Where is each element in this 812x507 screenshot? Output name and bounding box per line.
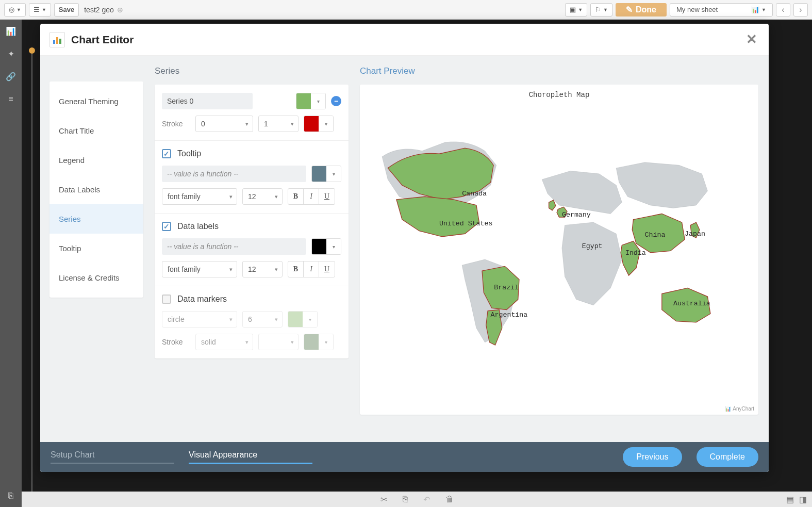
stroke-color[interactable]: ▾: [304, 116, 334, 132]
tooltip-value-input[interactable]: [162, 166, 306, 182]
tab-general-theming[interactable]: General Theming: [49, 87, 143, 116]
list-dropdown[interactable]: ☰ ▼: [29, 3, 51, 17]
country-united-states: [396, 197, 479, 237]
underline-button[interactable]: U: [319, 189, 335, 204]
bold-button[interactable]: B: [288, 261, 304, 277]
italic-button[interactable]: I: [304, 261, 319, 277]
tooltip-color[interactable]: ▾: [311, 166, 341, 182]
prev-sheet-button[interactable]: ‹: [776, 3, 790, 17]
tab-data-labels[interactable]: Data Labels: [49, 175, 143, 204]
map-area: CanadaUnited StatesGermanyEgyptIndiaChin…: [365, 103, 753, 404]
series-header-section: ▾ − Stroke 0 1 ▾: [155, 85, 349, 141]
marker-fill-color[interactable]: ▾: [288, 311, 318, 328]
datamarkers-section: Data markers circle 6 ▾ Stroke solid: [155, 286, 349, 358]
tab-series[interactable]: Series: [49, 204, 143, 234]
map-title: Choropleth Map: [360, 85, 758, 99]
chart-editor-modal: Chart Editor ✕ General Theming Chart Tit…: [40, 24, 769, 472]
svg-rect-2: [59, 39, 61, 44]
marker-stroke-color[interactable]: ▾: [304, 334, 334, 350]
tabs-list: General Theming Chart Title Legend Data …: [49, 81, 143, 298]
previous-button[interactable]: Previous: [623, 447, 682, 467]
close-icon[interactable]: ✕: [744, 31, 759, 47]
chart-type-icon: 📊: [751, 6, 759, 13]
datalabels-font-family-select[interactable]: font family: [162, 261, 237, 277]
bold-button[interactable]: B: [288, 189, 304, 204]
tab-tooltip[interactable]: Tooltip: [49, 234, 143, 263]
undo-icon[interactable]: ↶: [423, 495, 430, 504]
sheet-selector[interactable]: My new sheet 📊 ▼: [670, 3, 773, 17]
panel-icon[interactable]: ◨: [799, 495, 807, 504]
modal-body: General Theming Chart Title Legend Data …: [40, 56, 769, 442]
modal-header: Chart Editor ✕: [40, 24, 769, 56]
datamarkers-label: Data markers: [177, 295, 227, 304]
datalabels-font-size-select[interactable]: 12: [242, 261, 283, 277]
link-icon[interactable]: 🔗: [6, 71, 16, 81]
save-button[interactable]: Save: [54, 3, 79, 17]
preview-column: Chart Preview Choropleth Map: [355, 56, 769, 442]
underline-button[interactable]: U: [319, 261, 335, 277]
chevron-down-icon[interactable]: ▾: [326, 166, 341, 182]
modal-title: Chart Editor: [71, 34, 134, 46]
stroke-dash-select[interactable]: 0: [195, 116, 253, 132]
tooltip-checkbox[interactable]: [162, 149, 171, 158]
remove-series-button[interactable]: −: [331, 96, 341, 106]
datalabels-value-input[interactable]: [162, 238, 306, 255]
country-india: [621, 241, 640, 275]
chevron-down-icon[interactable]: ▾: [303, 312, 317, 327]
bookmark-dropdown[interactable]: ⚐ ▼: [590, 3, 612, 17]
stroke-width-select[interactable]: 1: [258, 116, 299, 132]
tab-chart-title[interactable]: Chart Title: [49, 116, 143, 145]
preview-title: Chart Preview: [360, 66, 758, 76]
expand-icon[interactable]: ⎘: [6, 490, 16, 501]
globe-icon: ⊕: [117, 6, 123, 14]
marker-stroke-style-select[interactable]: solid: [195, 334, 253, 350]
stroke-label: Stroke: [162, 120, 190, 128]
chevron-down-icon[interactable]: ▾: [311, 93, 325, 109]
tooltip-font-size-select[interactable]: 12: [242, 188, 283, 205]
timeline-dot: [29, 47, 35, 54]
chevron-down-icon[interactable]: ▾: [326, 239, 341, 254]
tooltip-style-buttons: B I U: [288, 188, 335, 205]
marker-size-select[interactable]: 6: [242, 311, 283, 328]
step-visual-appearance[interactable]: Visual Appearance: [189, 450, 312, 464]
trash-icon[interactable]: 🗑: [445, 495, 454, 504]
chevron-down-icon[interactable]: ▾: [319, 116, 333, 132]
timeline-line: [31, 54, 32, 495]
present-dropdown[interactable]: ▣ ▼: [565, 3, 587, 17]
complete-button[interactable]: Complete: [697, 447, 758, 467]
tabs-column: General Theming Chart Title Legend Data …: [40, 56, 143, 442]
datalabels-color[interactable]: ▾: [311, 238, 341, 255]
document-title: test2 geo: [84, 6, 114, 14]
tab-legend[interactable]: Legend: [49, 145, 143, 175]
series-fill-color[interactable]: ▾: [296, 93, 326, 109]
map-label: Brazil: [494, 284, 519, 291]
explore-dropdown[interactable]: ◎ ▼: [4, 3, 26, 17]
step-setup-chart[interactable]: Setup Chart: [51, 450, 174, 464]
tooltip-font-family-select[interactable]: font family: [162, 188, 237, 205]
cut-icon[interactable]: ✂: [380, 495, 387, 504]
datalabels-label: Data labels: [177, 222, 219, 231]
database-icon[interactable]: ≡: [6, 94, 16, 104]
chart-icon[interactable]: 📊: [6, 26, 16, 36]
puzzle-icon[interactable]: ✦: [6, 48, 16, 59]
next-sheet-button[interactable]: ›: [793, 3, 808, 17]
map-label: Canada: [462, 190, 487, 198]
anychart-credit: 📊 AnyChart: [725, 406, 754, 412]
chart-preview: Choropleth Map: [360, 85, 758, 415]
marker-shape-select[interactable]: circle: [162, 311, 237, 328]
chart-icon: 📊: [725, 406, 731, 412]
done-button[interactable]: ✎ Done: [616, 3, 667, 17]
series-name-input[interactable]: [162, 93, 253, 109]
pencil-icon: ✎: [626, 5, 633, 14]
italic-button[interactable]: I: [304, 189, 319, 204]
copy-icon[interactable]: ⎘: [403, 495, 408, 504]
map-label: Argentina: [491, 311, 528, 319]
chevron-down-icon[interactable]: ▾: [319, 334, 333, 350]
tooltip-section: Tooltip ▾ font family 12 B: [155, 141, 349, 214]
datamarkers-checkbox[interactable]: [162, 295, 171, 304]
tab-license-credits[interactable]: License & Credits: [49, 263, 143, 292]
marker-stroke-width-select[interactable]: [258, 334, 299, 350]
map-label: India: [625, 249, 646, 257]
view-icon[interactable]: ▤: [786, 495, 794, 504]
datalabels-checkbox[interactable]: [162, 222, 171, 231]
